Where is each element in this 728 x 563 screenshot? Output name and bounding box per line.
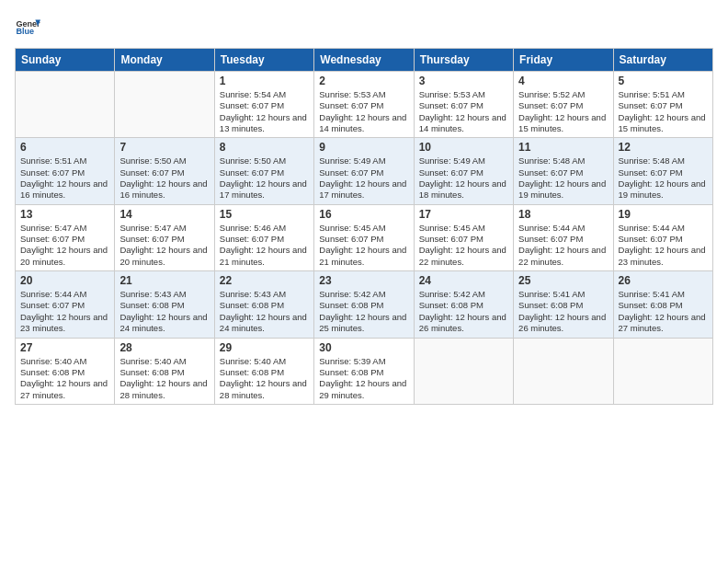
cell-info: Sunrise: 5:41 AM Sunset: 6:08 PM Dayligh… — [619, 289, 708, 334]
calendar-cell: 20Sunrise: 5:44 AM Sunset: 6:07 PM Dayli… — [16, 271, 115, 338]
day-number: 28 — [119, 341, 209, 354]
day-number: 5 — [619, 75, 708, 87]
day-number: 24 — [419, 274, 508, 287]
cell-info: Sunrise: 5:48 AM Sunset: 6:07 PM Dayligh… — [518, 155, 608, 201]
day-number: 20 — [20, 274, 109, 287]
day-number: 30 — [319, 341, 408, 354]
calendar-cell: 26Sunrise: 5:41 AM Sunset: 6:08 PM Dayli… — [613, 271, 712, 338]
calendar-cell: 17Sunrise: 5:45 AM Sunset: 6:07 PM Dayli… — [414, 204, 513, 270]
calendar-cell: 6Sunrise: 5:51 AM Sunset: 6:07 PM Daylig… — [16, 138, 115, 204]
day-number: 15 — [220, 208, 309, 221]
calendar-cell: 22Sunrise: 5:43 AM Sunset: 6:08 PM Dayli… — [214, 271, 313, 338]
cell-info: Sunrise: 5:47 AM Sunset: 6:07 PM Dayligh… — [20, 223, 109, 268]
cell-info: Sunrise: 5:48 AM Sunset: 6:07 PM Dayligh… — [619, 155, 708, 201]
cell-info: Sunrise: 5:52 AM Sunset: 6:07 PM Dayligh… — [518, 89, 608, 134]
day-number: 8 — [220, 141, 309, 154]
day-number: 19 — [619, 208, 708, 221]
cell-info: Sunrise: 5:42 AM Sunset: 6:08 PM Dayligh… — [319, 289, 408, 334]
day-number: 2 — [319, 75, 408, 87]
weekday-header-monday: Monday — [115, 49, 214, 72]
calendar-cell: 19Sunrise: 5:44 AM Sunset: 6:07 PM Dayli… — [613, 204, 712, 270]
day-number: 3 — [419, 75, 508, 87]
cell-info: Sunrise: 5:41 AM Sunset: 6:08 PM Dayligh… — [518, 289, 608, 334]
cell-info: Sunrise: 5:44 AM Sunset: 6:07 PM Dayligh… — [518, 223, 608, 268]
calendar-cell: 30Sunrise: 5:39 AM Sunset: 6:08 PM Dayli… — [314, 338, 414, 404]
cell-info: Sunrise: 5:46 AM Sunset: 6:07 PM Dayligh… — [220, 223, 309, 268]
day-number: 12 — [619, 141, 708, 154]
calendar-cell: 16Sunrise: 5:45 AM Sunset: 6:07 PM Dayli… — [314, 204, 414, 270]
day-number: 7 — [119, 141, 209, 154]
cell-info: Sunrise: 5:40 AM Sunset: 6:08 PM Dayligh… — [119, 356, 209, 401]
cell-info: Sunrise: 5:45 AM Sunset: 6:07 PM Dayligh… — [319, 223, 408, 268]
day-number: 10 — [419, 141, 508, 154]
calendar-cell: 28Sunrise: 5:40 AM Sunset: 6:08 PM Dayli… — [115, 338, 214, 404]
cell-info: Sunrise: 5:45 AM Sunset: 6:07 PM Dayligh… — [419, 223, 508, 268]
weekday-header-thursday: Thursday — [414, 49, 513, 72]
day-number: 14 — [119, 208, 209, 221]
cell-info: Sunrise: 5:51 AM Sunset: 6:07 PM Dayligh… — [20, 155, 109, 201]
calendar-cell: 29Sunrise: 5:40 AM Sunset: 6:08 PM Dayli… — [214, 338, 313, 404]
calendar: SundayMondayTuesdayWednesdayThursdayFrid… — [15, 48, 713, 405]
calendar-cell: 14Sunrise: 5:47 AM Sunset: 6:07 PM Dayli… — [115, 204, 214, 270]
calendar-cell: 18Sunrise: 5:44 AM Sunset: 6:07 PM Dayli… — [514, 204, 613, 270]
day-number: 4 — [518, 75, 608, 87]
calendar-cell: 11Sunrise: 5:48 AM Sunset: 6:07 PM Dayli… — [514, 138, 613, 204]
calendar-cell: 23Sunrise: 5:42 AM Sunset: 6:08 PM Dayli… — [314, 271, 414, 338]
calendar-cell: 4Sunrise: 5:52 AM Sunset: 6:07 PM Daylig… — [514, 72, 613, 138]
calendar-cell: 12Sunrise: 5:48 AM Sunset: 6:07 PM Dayli… — [613, 138, 712, 204]
svg-text:Blue: Blue — [16, 27, 34, 36]
cell-info: Sunrise: 5:54 AM Sunset: 6:07 PM Dayligh… — [220, 89, 309, 134]
cell-info: Sunrise: 5:43 AM Sunset: 6:08 PM Dayligh… — [119, 289, 209, 334]
calendar-cell — [115, 72, 214, 138]
day-number: 27 — [20, 341, 109, 354]
calendar-cell: 2Sunrise: 5:53 AM Sunset: 6:07 PM Daylig… — [314, 72, 414, 138]
calendar-cell: 15Sunrise: 5:46 AM Sunset: 6:07 PM Dayli… — [214, 204, 313, 270]
calendar-cell: 27Sunrise: 5:40 AM Sunset: 6:08 PM Dayli… — [16, 338, 115, 404]
day-number: 13 — [20, 208, 109, 221]
day-number: 18 — [518, 208, 608, 221]
day-number: 6 — [20, 141, 109, 154]
day-number: 1 — [220, 75, 309, 87]
calendar-cell — [414, 338, 513, 404]
cell-info: Sunrise: 5:40 AM Sunset: 6:08 PM Dayligh… — [220, 356, 309, 401]
day-number: 22 — [220, 274, 309, 287]
cell-info: Sunrise: 5:44 AM Sunset: 6:07 PM Dayligh… — [20, 289, 109, 334]
day-number: 26 — [619, 274, 708, 287]
cell-info: Sunrise: 5:49 AM Sunset: 6:07 PM Dayligh… — [319, 155, 408, 201]
cell-info: Sunrise: 5:51 AM Sunset: 6:07 PM Dayligh… — [619, 89, 708, 134]
calendar-cell — [16, 72, 115, 138]
calendar-cell: 7Sunrise: 5:50 AM Sunset: 6:07 PM Daylig… — [115, 138, 214, 204]
day-number: 25 — [518, 274, 608, 287]
calendar-cell — [613, 338, 712, 404]
calendar-cell: 8Sunrise: 5:50 AM Sunset: 6:07 PM Daylig… — [214, 138, 313, 204]
cell-info: Sunrise: 5:53 AM Sunset: 6:07 PM Dayligh… — [419, 89, 508, 134]
calendar-cell: 24Sunrise: 5:42 AM Sunset: 6:08 PM Dayli… — [414, 271, 513, 338]
cell-info: Sunrise: 5:47 AM Sunset: 6:07 PM Dayligh… — [119, 223, 209, 268]
weekday-header-tuesday: Tuesday — [214, 49, 313, 72]
cell-info: Sunrise: 5:53 AM Sunset: 6:07 PM Dayligh… — [319, 89, 408, 134]
calendar-cell: 10Sunrise: 5:49 AM Sunset: 6:07 PM Dayli… — [414, 138, 513, 204]
day-number: 29 — [220, 341, 309, 354]
cell-info: Sunrise: 5:50 AM Sunset: 6:07 PM Dayligh… — [220, 155, 309, 201]
calendar-cell: 5Sunrise: 5:51 AM Sunset: 6:07 PM Daylig… — [613, 72, 712, 138]
calendar-cell: 25Sunrise: 5:41 AM Sunset: 6:08 PM Dayli… — [514, 271, 613, 338]
day-number: 17 — [419, 208, 508, 221]
cell-info: Sunrise: 5:49 AM Sunset: 6:07 PM Dayligh… — [419, 155, 508, 201]
day-number: 21 — [119, 274, 209, 287]
weekday-header-sunday: Sunday — [16, 49, 115, 72]
calendar-cell — [514, 338, 613, 404]
weekday-header-saturday: Saturday — [613, 49, 712, 72]
cell-info: Sunrise: 5:43 AM Sunset: 6:08 PM Dayligh… — [220, 289, 309, 334]
weekday-header-friday: Friday — [514, 49, 613, 72]
weekday-header-wednesday: Wednesday — [314, 49, 414, 72]
cell-info: Sunrise: 5:42 AM Sunset: 6:08 PM Dayligh… — [419, 289, 508, 334]
calendar-cell: 9Sunrise: 5:49 AM Sunset: 6:07 PM Daylig… — [314, 138, 414, 204]
calendar-cell: 1Sunrise: 5:54 AM Sunset: 6:07 PM Daylig… — [214, 72, 313, 138]
cell-info: Sunrise: 5:39 AM Sunset: 6:08 PM Dayligh… — [319, 356, 408, 401]
cell-info: Sunrise: 5:44 AM Sunset: 6:07 PM Dayligh… — [619, 223, 708, 268]
logo: General Blue — [15, 15, 42, 40]
cell-info: Sunrise: 5:40 AM Sunset: 6:08 PM Dayligh… — [20, 356, 109, 401]
cell-info: Sunrise: 5:50 AM Sunset: 6:07 PM Dayligh… — [119, 155, 209, 201]
calendar-cell: 21Sunrise: 5:43 AM Sunset: 6:08 PM Dayli… — [115, 271, 214, 338]
day-number: 11 — [518, 141, 608, 154]
